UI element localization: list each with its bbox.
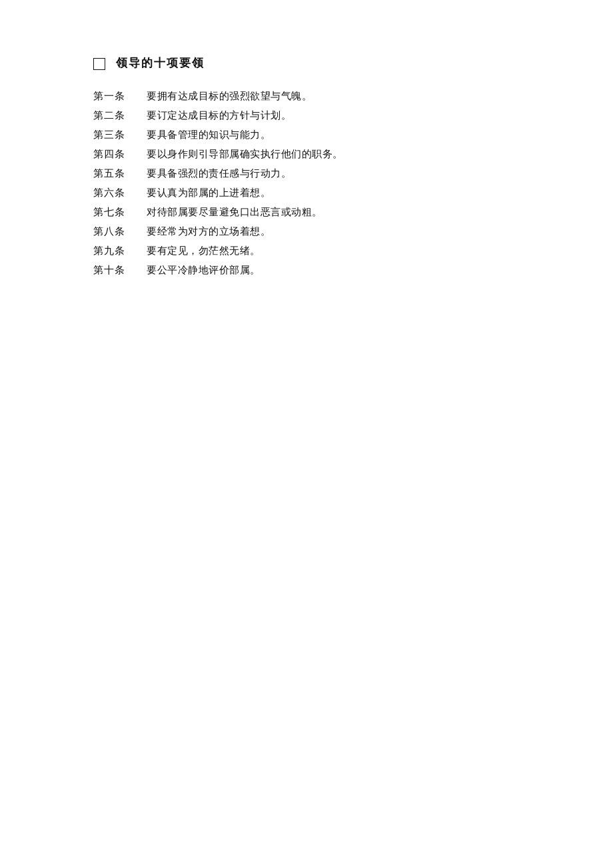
item-label: 第一条: [93, 87, 147, 105]
item-label: 第六条: [93, 184, 147, 202]
item-label: 第三条: [93, 126, 147, 144]
item-label: 第五条: [93, 165, 147, 183]
list-item: 第二条要订定达成目标的方针与计划。: [93, 107, 520, 125]
item-label: 第七条: [93, 203, 147, 221]
list-item: 第六条要认真为部属的上进着想。: [93, 184, 520, 202]
item-label: 第八条: [93, 223, 147, 241]
page-content: 领导的十项要领 第一条要拥有达成目标的强烈欲望与气魄。第二条要订定达成目标的方针…: [0, 0, 613, 334]
list-item: 第一条要拥有达成目标的强烈欲望与气魄。: [93, 87, 520, 105]
item-content: 要认真为部属的上进着想。: [147, 184, 520, 202]
item-label: 第四条: [93, 145, 147, 163]
item-content: 要有定见，勿茫然无绪。: [147, 242, 520, 260]
title-row: 领导的十项要领: [93, 53, 520, 74]
item-content: 要经常为对方的立场着想。: [147, 223, 520, 241]
page-title: 领导的十项要领: [116, 53, 205, 74]
items-list: 第一条要拥有达成目标的强烈欲望与气魄。第二条要订定达成目标的方针与计划。第三条要…: [93, 87, 520, 279]
list-item: 第三条要具备管理的知识与能力。: [93, 126, 520, 144]
item-content: 要以身作则引导部属确实执行他们的职务。: [147, 145, 520, 163]
list-item: 第十条要公平冷静地评价部属。: [93, 261, 520, 279]
item-label: 第九条: [93, 242, 147, 260]
list-item: 第七条对待部属要尽量避免口出恶言或动粗。: [93, 203, 520, 221]
item-content: 要订定达成目标的方针与计划。: [147, 107, 520, 125]
item-content: 对待部属要尽量避免口出恶言或动粗。: [147, 203, 520, 221]
item-label: 第二条: [93, 107, 147, 125]
item-content: 要具备强烈的责任感与行动力。: [147, 165, 520, 183]
item-content: 要公平冷静地评价部属。: [147, 261, 520, 279]
item-content: 要拥有达成目标的强烈欲望与气魄。: [147, 87, 520, 105]
list-item: 第九条要有定见，勿茫然无绪。: [93, 242, 520, 260]
list-item: 第五条要具备强烈的责任感与行动力。: [93, 165, 520, 183]
list-item: 第四条要以身作则引导部属确实执行他们的职务。: [93, 145, 520, 163]
list-item: 第八条要经常为对方的立场着想。: [93, 223, 520, 241]
checkbox-icon: [93, 58, 105, 70]
item-label: 第十条: [93, 261, 147, 279]
item-content: 要具备管理的知识与能力。: [147, 126, 520, 144]
